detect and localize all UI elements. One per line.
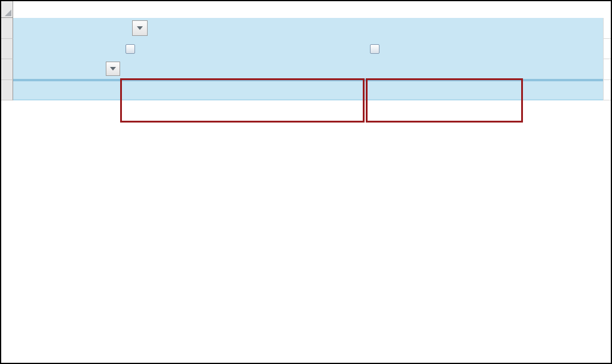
collapse-north-sales-icon[interactable]	[126, 44, 135, 54]
row-header-16[interactable]	[1, 80, 13, 101]
dropdown-arrow-icon	[137, 26, 143, 30]
cell-D5-store-3[interactable]	[303, 59, 366, 80]
cell-H16[interactable]	[603, 80, 611, 101]
row-16-grand-total	[1, 80, 611, 101]
cell-B4-north-sales-group[interactable]	[121, 39, 366, 60]
cell-G5[interactable]	[522, 59, 603, 80]
cell-G16[interactable]	[522, 80, 603, 101]
column-labels-filter-dropdown-icon[interactable]	[132, 20, 148, 36]
cell-E5-store-4[interactable]	[366, 59, 459, 80]
row-4	[1, 39, 611, 60]
excel-spreadsheet	[0, 0, 612, 364]
cell-G4-grand-total-column[interactable]	[522, 39, 603, 60]
row-header-3[interactable]	[1, 18, 13, 39]
sheet-body	[1, 18, 611, 100]
cell-A3-sum-of-value[interactable]	[13, 18, 121, 39]
select-all-triangle-icon	[5, 10, 11, 16]
column-header-row	[1, 1, 611, 18]
cell-H5[interactable]	[603, 59, 611, 80]
cell-B5-store-1[interactable]	[121, 59, 245, 80]
cell-F5-store-5[interactable]	[459, 59, 522, 80]
cell-B16[interactable]	[121, 80, 245, 101]
cell-A4[interactable]	[13, 39, 121, 60]
row-labels-filter-dropdown-icon[interactable]	[106, 62, 120, 76]
cell-E4-south-sales-group[interactable]	[366, 39, 522, 60]
cell-H4[interactable]	[603, 39, 611, 60]
cell-C5-store-2[interactable]	[245, 59, 303, 80]
dropdown-arrow-icon	[110, 67, 116, 71]
row-header-4[interactable]	[1, 39, 13, 60]
cell-E16[interactable]	[366, 80, 459, 101]
cell-D16[interactable]	[303, 80, 366, 101]
row-header-5[interactable]	[1, 59, 13, 80]
collapse-south-sales-icon[interactable]	[370, 44, 380, 54]
cell-H3[interactable]	[603, 18, 611, 39]
cell-F16[interactable]	[459, 80, 522, 101]
row-5	[1, 59, 611, 80]
row-3	[1, 18, 611, 39]
select-all-corner[interactable]	[1, 1, 13, 18]
cell-A5-row-labels[interactable]	[13, 59, 121, 80]
cell-A16-grand-total[interactable]	[13, 80, 121, 101]
cell-C16[interactable]	[245, 80, 303, 101]
cell-B3-column-labels[interactable]	[121, 18, 603, 39]
